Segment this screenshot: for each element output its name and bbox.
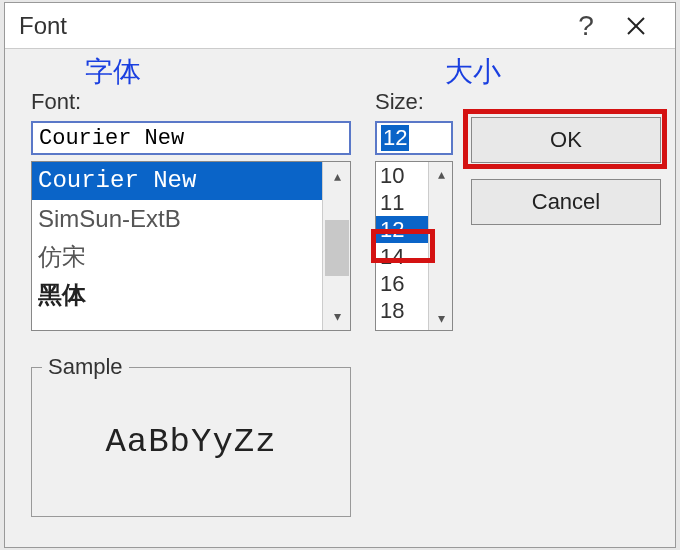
sample-legend: Sample bbox=[42, 354, 129, 380]
dialog-body: Font: Courier NewSimSun-ExtB仿宋黑体 ▴ ▾ Siz… bbox=[23, 89, 657, 537]
annotation-size-zh: 大小 bbox=[445, 53, 501, 91]
annotation-font-zh: 字体 bbox=[85, 53, 141, 91]
size-option[interactable]: 14 bbox=[376, 243, 428, 270]
scroll-down-icon[interactable]: ▾ bbox=[429, 306, 453, 330]
help-icon[interactable]: ? bbox=[561, 10, 611, 42]
size-listbox[interactable]: 101112141618 ▴ ▾ bbox=[375, 161, 453, 331]
size-option[interactable]: 16 bbox=[376, 270, 428, 297]
font-input[interactable] bbox=[31, 121, 351, 155]
size-option[interactable]: 10 bbox=[376, 162, 428, 189]
size-label: Size: bbox=[375, 89, 424, 115]
dialog-title: Font bbox=[19, 12, 561, 40]
scroll-down-icon[interactable]: ▾ bbox=[323, 302, 351, 330]
font-label: Font: bbox=[31, 89, 81, 115]
size-input-value: 12 bbox=[381, 125, 409, 151]
close-icon[interactable] bbox=[611, 3, 661, 49]
font-dialog: Font ? 字体 大小 Font: Courier NewSimSun-Ext… bbox=[4, 2, 676, 548]
size-option[interactable]: 12 bbox=[376, 216, 428, 243]
scroll-thumb[interactable] bbox=[325, 220, 349, 276]
cancel-button[interactable]: Cancel bbox=[471, 179, 661, 225]
scroll-up-icon[interactable]: ▴ bbox=[323, 162, 351, 190]
ok-button[interactable]: OK bbox=[471, 117, 661, 163]
size-option[interactable]: 11 bbox=[376, 189, 428, 216]
scroll-up-icon[interactable]: ▴ bbox=[429, 162, 453, 186]
size-input[interactable]: 12 bbox=[375, 121, 453, 155]
sample-groupbox: Sample AaBbYyZz bbox=[31, 367, 351, 517]
size-scrollbar[interactable]: ▴ ▾ bbox=[428, 162, 452, 330]
sample-text: AaBbYyZz bbox=[32, 423, 350, 461]
font-option[interactable]: SimSun-ExtB bbox=[32, 200, 322, 238]
size-option[interactable]: 18 bbox=[376, 297, 428, 324]
font-scrollbar[interactable]: ▴ ▾ bbox=[322, 162, 350, 330]
font-listbox[interactable]: Courier NewSimSun-ExtB仿宋黑体 ▴ ▾ bbox=[31, 161, 351, 331]
titlebar: Font ? bbox=[5, 3, 675, 49]
font-option[interactable]: 仿宋 bbox=[32, 238, 322, 276]
font-option[interactable]: Courier New bbox=[32, 162, 322, 200]
font-option[interactable]: 黑体 bbox=[32, 276, 322, 314]
